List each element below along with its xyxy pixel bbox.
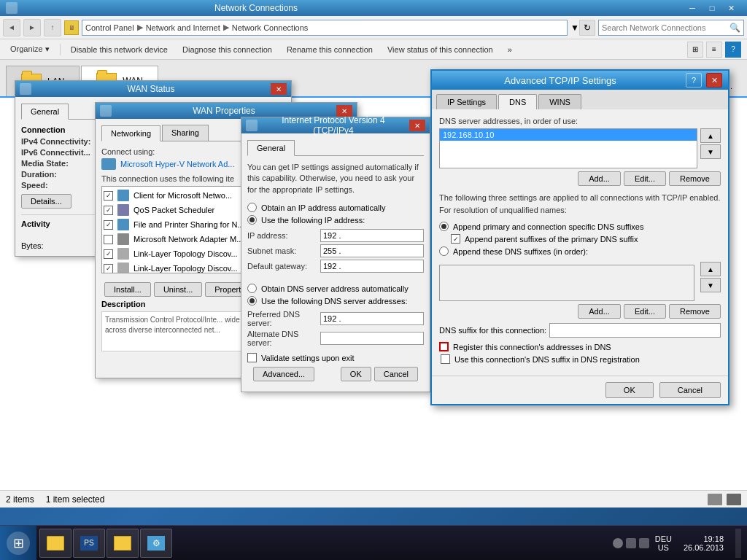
checkbox-fileshare[interactable] — [104, 220, 113, 230]
tcp-close-button[interactable]: ✕ — [409, 120, 425, 131]
qos-icon — [117, 204, 129, 216]
use-suffix-label: Use this connection's DNS suffix in DNS … — [454, 355, 640, 364]
tab-networking[interactable]: Networking — [101, 125, 160, 141]
start-button[interactable]: ⊞ — [0, 526, 36, 560]
ip-input[interactable]: 192 . — [320, 229, 424, 242]
advanced-title: Advanced TCP/IP Settings — [438, 75, 683, 86]
checkbox-link1[interactable] — [104, 249, 113, 259]
gateway-input[interactable]: 192 . — [320, 260, 424, 273]
obtain-auto-label: Obtain an IP address automatically — [261, 203, 385, 212]
checkbox-adapter[interactable] — [104, 235, 113, 244]
tcp-title: Internet Protocol Version 4 (TCP/IPv4 — [262, 115, 405, 136]
forward-button[interactable]: ► — [23, 19, 41, 36]
checkbox-qos[interactable] — [104, 206, 113, 215]
help-button[interactable]: ? — [725, 42, 741, 58]
suffix-down-button[interactable]: ▼ — [700, 278, 721, 292]
restore-button[interactable]: □ — [703, 1, 721, 15]
dns-arrow-controls: ▲ ▼ — [700, 128, 721, 171]
suffix-add-button[interactable]: Add... — [578, 304, 621, 319]
rename-button[interactable]: Rename this connection — [282, 44, 377, 55]
append-parent-checkbox[interactable] — [451, 234, 460, 244]
use-dns-btn[interactable] — [247, 296, 257, 306]
search-input[interactable] — [602, 23, 727, 32]
show-desktop-button[interactable] — [735, 529, 741, 558]
uninstall-button[interactable]: Uninst... — [154, 282, 202, 297]
dns-up-button[interactable]: ▲ — [700, 128, 721, 143]
alternate-dns-label: Alternate DNS server: — [247, 330, 320, 347]
details-button[interactable]: Details... — [21, 194, 71, 209]
append-suffixes-label: Append these DNS suffixes (in order): — [453, 247, 588, 256]
register-dns-checkbox[interactable] — [439, 342, 449, 351]
more-button[interactable]: » — [503, 44, 516, 55]
advanced-close-button[interactable]: ✕ — [706, 73, 722, 88]
checkbox-link2[interactable] — [104, 264, 113, 273]
use-dns-radio: Use the following DNS server addresses: — [247, 295, 424, 307]
obtain-dns-auto-btn[interactable] — [247, 284, 257, 293]
validate-checkbox[interactable] — [247, 353, 257, 362]
view-icon-1 — [708, 494, 722, 505]
tab-sharing[interactable]: Sharing — [162, 125, 209, 141]
dns-list-item-1[interactable]: 192.168.10.10 — [440, 129, 697, 141]
taskbar-item-explorer[interactable] — [39, 529, 71, 558]
advanced-cancel-button[interactable]: Cancel — [659, 382, 721, 398]
tab-dns[interactable]: DNS — [498, 94, 537, 109]
suffix-section: ▲ ▼ Add... Edit... Remove — [439, 262, 721, 319]
append-primary-btn[interactable] — [439, 222, 449, 231]
dns-down-button[interactable]: ▼ — [700, 144, 721, 159]
advanced-ok-button[interactable]: OK — [605, 382, 654, 398]
preferred-dns-input[interactable]: 192 . — [320, 312, 424, 325]
checkbox-client[interactable] — [104, 191, 113, 201]
tab-general[interactable]: General — [21, 104, 69, 120]
address-input[interactable]: Control Panel ▶ Network and Internet ▶ N… — [82, 20, 568, 36]
dns-edit-button[interactable]: Edit... — [624, 171, 666, 186]
alternate-dns-input[interactable] — [320, 332, 424, 345]
dns-add-button[interactable]: Add... — [578, 171, 621, 186]
tcp-cancel-button[interactable]: Cancel — [374, 367, 418, 381]
close-button[interactable]: ✕ — [722, 1, 741, 15]
tab-wins[interactable]: WINS — [538, 94, 581, 109]
append-suffixes-btn[interactable] — [439, 246, 449, 256]
wan-status-close-button[interactable]: ✕ — [271, 83, 287, 95]
search-box[interactable]: 🔍 — [598, 20, 744, 36]
append-parent-label: Append parent suffixes of the primary DN… — [465, 235, 638, 244]
install-button[interactable]: Install... — [104, 282, 151, 297]
taskbar-item-settings[interactable]: ⚙ — [140, 529, 172, 558]
back-button[interactable]: ◄ — [3, 19, 20, 36]
append-parent-row: Append parent suffixes of the primary DN… — [451, 233, 721, 245]
use-suffix-checkbox[interactable] — [441, 354, 450, 364]
advanced-help-button[interactable]: ? — [686, 73, 702, 88]
tab-general-tcp[interactable]: General — [247, 140, 295, 156]
up-button[interactable]: ↑ — [44, 19, 61, 36]
dns-radio-group: Obtain DNS server address automatically … — [247, 282, 424, 307]
network-adapter-icon — [101, 158, 116, 170]
dns-remove-button[interactable]: Remove — [669, 171, 721, 186]
viewstatus-button[interactable]: View status of this connection — [383, 44, 498, 55]
disable-button[interactable]: Disable this network device — [66, 44, 172, 55]
obtain-auto-radio-btn[interactable] — [247, 203, 257, 212]
refresh-button[interactable]: ↻ — [579, 20, 595, 36]
diagnose-button[interactable]: Diagnose this connection — [178, 44, 276, 55]
append-primary-label: Append primary and connection specific D… — [453, 222, 644, 231]
advanced-button[interactable]: Advanced... — [253, 367, 314, 381]
address-bar: ◄ ► ↑ 🖥 Control Panel ▶ Network and Inte… — [0, 16, 747, 39]
tab-ip-settings[interactable]: IP Settings — [436, 94, 497, 109]
preferred-dns-row: Preferred DNS server: 192 . — [247, 310, 424, 327]
taskbar-clock[interactable]: 19:18 26.06.2013 — [678, 534, 729, 552]
organize-button[interactable]: Organize ▾ — [6, 43, 54, 55]
taskbar-item-powershell[interactable]: PS — [73, 529, 105, 558]
dns-suffix-input[interactable] — [549, 323, 721, 338]
taskbar-item-files[interactable] — [107, 529, 139, 558]
suffix-up-button[interactable]: ▲ — [700, 262, 721, 276]
tcp-ok-button[interactable]: OK — [341, 367, 371, 381]
suffix-arrow-controls: ▲ ▼ — [700, 262, 721, 304]
suffix-edit-button[interactable]: Edit... — [624, 304, 666, 319]
path-network-internet: Network and Internet — [146, 23, 220, 32]
suffix-remove-button[interactable]: Remove — [669, 304, 721, 319]
view-tiles-button[interactable]: ⊞ — [687, 42, 703, 58]
subnet-input[interactable]: 255 . — [320, 244, 424, 257]
use-following-radio-btn[interactable] — [247, 215, 257, 225]
tcp-info-text: You can get IP settings assigned automat… — [247, 162, 424, 195]
minimize-button[interactable]: ─ — [683, 1, 702, 15]
search-icon[interactable]: 🔍 — [729, 23, 740, 33]
view-details-button[interactable]: ≡ — [706, 42, 722, 58]
